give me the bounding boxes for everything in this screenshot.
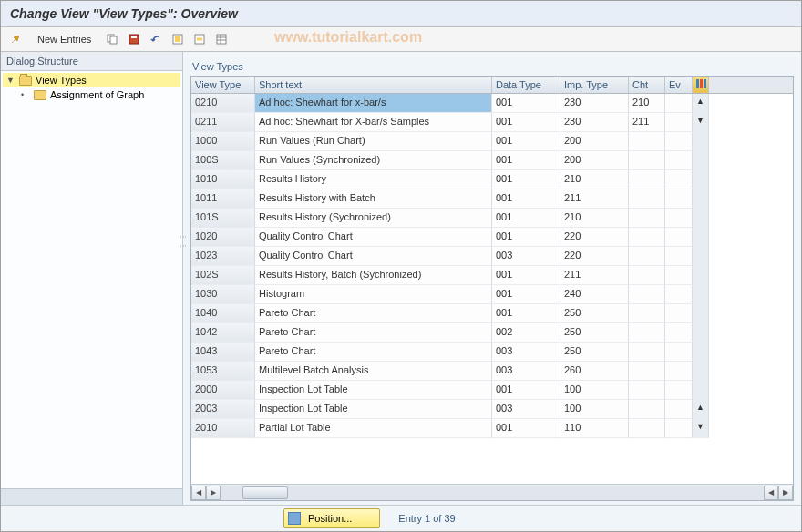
col-data-type[interactable]: Data Type	[492, 77, 560, 93]
scroll-last-icon[interactable]: ▶	[778, 486, 793, 500]
cell-view_type[interactable]: 102S	[191, 266, 255, 285]
new-entries-button[interactable]: New Entries	[30, 32, 98, 46]
cell-data_type[interactable]: 001	[492, 419, 560, 438]
table-row[interactable]: 102SResults History, Batch (Sychronized)…	[191, 266, 793, 285]
table-row[interactable]: 1010Results History001210	[191, 170, 793, 189]
copy-icon[interactable]	[104, 31, 120, 47]
cell-ev[interactable]	[665, 419, 693, 438]
cell-imp_type[interactable]: 250	[560, 323, 629, 343]
cell-imp_type[interactable]: 210	[560, 209, 629, 228]
cell-data_type[interactable]: 001	[492, 381, 560, 400]
scroll-track-cell[interactable]	[693, 247, 709, 266]
cell-view_type[interactable]: 0211	[191, 113, 255, 132]
cell-imp_type[interactable]: 110	[560, 419, 629, 438]
cell-cht[interactable]	[629, 170, 665, 189]
cell-cht[interactable]	[629, 151, 665, 170]
cell-ev[interactable]	[665, 247, 693, 266]
cell-data_type[interactable]: 003	[492, 400, 560, 419]
cell-data_type[interactable]: 001	[492, 113, 560, 132]
cell-cht[interactable]	[629, 419, 665, 438]
scroll-track-cell[interactable]	[693, 323, 709, 343]
cell-ev[interactable]	[665, 362, 693, 381]
scroll-track-cell[interactable]	[693, 151, 709, 170]
cell-ev[interactable]	[665, 209, 693, 228]
cell-short_text[interactable]: Results History (Sychronized)	[255, 209, 492, 228]
cell-short_text[interactable]: Run Values (Synchronized)	[255, 151, 492, 170]
table-row[interactable]: 1043Pareto Chart003250	[191, 343, 793, 362]
position-button[interactable]: Position...	[283, 508, 380, 528]
cell-cht[interactable]: 211	[629, 113, 665, 132]
table-row[interactable]: 2010Partial Lot Table001110▼	[191, 419, 793, 438]
scroll-thumb[interactable]	[242, 486, 288, 499]
cell-imp_type[interactable]: 230	[560, 94, 629, 113]
cell-cht[interactable]	[629, 228, 665, 247]
scroll-up-icon[interactable]: ▲	[693, 400, 709, 419]
cell-short_text[interactable]: Inspection Lot Table	[255, 381, 492, 400]
cell-view_type[interactable]: 1000	[191, 132, 255, 151]
cell-cht[interactable]	[629, 304, 665, 323]
cell-data_type[interactable]: 003	[492, 343, 560, 362]
table-row[interactable]: 2000Inspection Lot Table001100	[191, 381, 793, 400]
scroll-track-cell[interactable]	[693, 266, 709, 285]
column-config-icon[interactable]	[693, 77, 709, 93]
cell-view_type[interactable]: 101S	[191, 209, 255, 228]
cell-data_type[interactable]: 002	[492, 323, 560, 343]
cell-short_text[interactable]: Quality Control Chart	[255, 228, 492, 247]
cell-view_type[interactable]: 2000	[191, 381, 255, 400]
cell-view_type[interactable]: 1042	[191, 323, 255, 343]
cell-ev[interactable]	[665, 285, 693, 304]
table-row[interactable]: 2003Inspection Lot Table003100▲	[191, 400, 793, 419]
cell-data_type[interactable]: 003	[492, 247, 560, 266]
tree-item-view-types[interactable]: ▼ View Types	[3, 73, 180, 87]
table-row[interactable]: 101SResults History (Sychronized)001210	[191, 209, 793, 228]
table-row[interactable]: 1011Results History with Batch001211	[191, 189, 793, 209]
cell-cht[interactable]	[629, 247, 665, 266]
cell-view_type[interactable]: 1023	[191, 247, 255, 266]
scroll-track-cell[interactable]	[693, 132, 709, 151]
cell-cht[interactable]: 210	[629, 94, 665, 113]
table-row[interactable]: 1040Pareto Chart001250	[191, 304, 793, 323]
cell-imp_type[interactable]: 100	[560, 381, 629, 400]
col-cht[interactable]: Cht	[629, 77, 665, 93]
cell-short_text[interactable]: Partial Lot Table	[255, 419, 492, 438]
select-all-icon[interactable]	[170, 31, 186, 47]
scroll-track-cell[interactable]	[693, 170, 709, 189]
cell-view_type[interactable]: 1043	[191, 343, 255, 362]
cell-data_type[interactable]: 001	[492, 266, 560, 285]
col-ev[interactable]: Ev	[665, 77, 693, 93]
cell-imp_type[interactable]: 211	[560, 189, 629, 209]
cell-data_type[interactable]: 001	[492, 228, 560, 247]
scroll-right-icon[interactable]: ◀	[764, 486, 778, 500]
cell-ev[interactable]	[665, 151, 693, 170]
save-icon[interactable]	[126, 31, 142, 47]
table-view-icon[interactable]	[213, 31, 230, 47]
scroll-track[interactable]	[221, 486, 764, 500]
cell-imp_type[interactable]: 100	[560, 400, 629, 419]
col-imp-type[interactable]: Imp. Type	[560, 77, 629, 93]
cell-ev[interactable]	[665, 228, 693, 247]
cell-short_text[interactable]: Results History	[255, 170, 492, 189]
scroll-down-icon[interactable]: ▼	[693, 419, 709, 438]
cell-short_text[interactable]: Results History with Batch	[255, 189, 492, 209]
cell-short_text[interactable]: Run Values (Run Chart)	[255, 132, 492, 151]
deselect-all-icon[interactable]	[191, 31, 208, 47]
cell-short_text[interactable]: Multilevel Batch Analysis	[255, 362, 492, 381]
scroll-track-cell[interactable]	[693, 343, 709, 362]
cell-data_type[interactable]: 001	[492, 151, 560, 170]
cell-data_type[interactable]: 001	[492, 209, 560, 228]
cell-imp_type[interactable]: 220	[560, 247, 629, 266]
scroll-track-cell[interactable]	[693, 285, 709, 304]
cell-ev[interactable]	[665, 323, 693, 343]
tree-toggle-icon[interactable]: ▼	[6, 76, 15, 85]
cell-data_type[interactable]: 001	[492, 189, 560, 209]
cell-cht[interactable]	[629, 362, 665, 381]
cell-view_type[interactable]: 0210	[191, 94, 255, 113]
cell-imp_type[interactable]: 211	[560, 266, 629, 285]
cell-cht[interactable]	[629, 343, 665, 362]
cell-ev[interactable]	[665, 266, 693, 285]
splitter-handle[interactable]: ⋮⋮	[180, 233, 188, 251]
cell-imp_type[interactable]: 250	[560, 304, 629, 323]
cell-cht[interactable]	[629, 266, 665, 285]
undo-icon[interactable]	[148, 31, 164, 47]
table-row[interactable]: 1030Histogram001240	[191, 285, 793, 304]
